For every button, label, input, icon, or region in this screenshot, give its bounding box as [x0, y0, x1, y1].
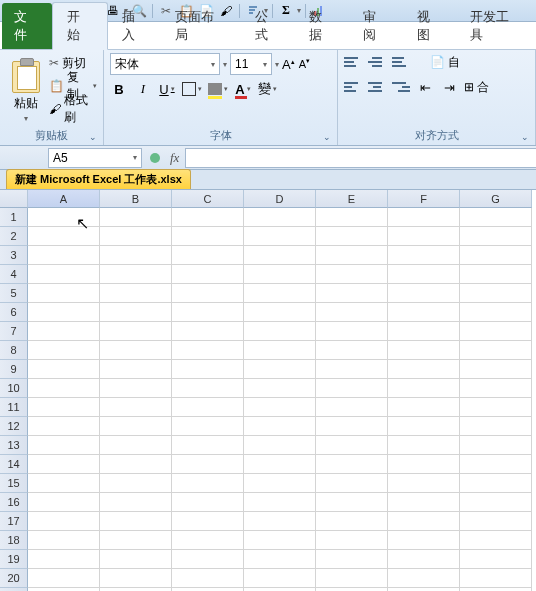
underline-button[interactable]: U	[158, 79, 176, 99]
row-header[interactable]: 15	[0, 474, 28, 493]
row-header[interactable]: 18	[0, 531, 28, 550]
column-header[interactable]: C	[172, 190, 244, 208]
cell[interactable]	[172, 246, 244, 265]
cell[interactable]	[460, 246, 532, 265]
cell[interactable]	[460, 569, 532, 588]
cell[interactable]	[388, 512, 460, 531]
cell[interactable]	[100, 341, 172, 360]
tab-insert[interactable]: 插入	[108, 3, 162, 49]
cell[interactable]	[244, 417, 316, 436]
cell[interactable]	[316, 493, 388, 512]
cell[interactable]	[316, 436, 388, 455]
row-header[interactable]: 3	[0, 246, 28, 265]
cell[interactable]	[316, 531, 388, 550]
cell[interactable]	[460, 227, 532, 246]
column-header[interactable]: D	[244, 190, 316, 208]
cell[interactable]	[316, 227, 388, 246]
cell[interactable]	[28, 246, 100, 265]
cell[interactable]	[388, 474, 460, 493]
tab-data[interactable]: 数据	[295, 3, 349, 49]
wrap-text-button[interactable]: 📄自	[430, 54, 460, 71]
cell[interactable]	[100, 284, 172, 303]
cell[interactable]	[244, 493, 316, 512]
decrease-indent-icon[interactable]: ⇤	[416, 77, 434, 97]
row-header[interactable]: 4	[0, 265, 28, 284]
cell[interactable]	[28, 550, 100, 569]
cell[interactable]	[172, 417, 244, 436]
row-header[interactable]: 14	[0, 455, 28, 474]
row-header[interactable]: 2	[0, 227, 28, 246]
cell[interactable]	[460, 208, 532, 227]
row-header[interactable]: 12	[0, 417, 28, 436]
cell[interactable]	[244, 474, 316, 493]
cell[interactable]	[100, 436, 172, 455]
cell[interactable]	[172, 208, 244, 227]
row-header[interactable]: 13	[0, 436, 28, 455]
cell[interactable]	[316, 417, 388, 436]
cell[interactable]	[100, 493, 172, 512]
cell[interactable]	[460, 493, 532, 512]
cell[interactable]	[388, 284, 460, 303]
cell[interactable]	[388, 208, 460, 227]
name-box[interactable]: A5▾	[48, 148, 142, 168]
cell[interactable]	[316, 550, 388, 569]
cell[interactable]	[100, 455, 172, 474]
cell[interactable]	[28, 493, 100, 512]
cell[interactable]	[244, 341, 316, 360]
cell[interactable]	[172, 531, 244, 550]
align-left-icon[interactable]	[344, 78, 362, 96]
cell[interactable]	[388, 265, 460, 284]
row-header[interactable]: 19	[0, 550, 28, 569]
cell[interactable]	[172, 227, 244, 246]
cell[interactable]	[28, 569, 100, 588]
cell[interactable]	[388, 550, 460, 569]
cell[interactable]	[172, 455, 244, 474]
cell[interactable]	[100, 246, 172, 265]
align-bottom-icon[interactable]	[392, 53, 410, 71]
row-header[interactable]: 8	[0, 341, 28, 360]
align-middle-icon[interactable]	[368, 53, 386, 71]
row-header[interactable]: 1	[0, 208, 28, 227]
cell[interactable]	[244, 512, 316, 531]
cell[interactable]	[28, 474, 100, 493]
cells-area[interactable]: ↖	[28, 208, 536, 591]
cell[interactable]	[172, 284, 244, 303]
row-header[interactable]: 11	[0, 398, 28, 417]
cell[interactable]	[460, 379, 532, 398]
cell[interactable]	[172, 569, 244, 588]
cell[interactable]	[316, 303, 388, 322]
cell[interactable]	[460, 512, 532, 531]
workbook-tab[interactable]: 新建 Microsoft Excel 工作表.xlsx	[6, 169, 191, 189]
tab-formula[interactable]: 公式	[241, 3, 295, 49]
row-header[interactable]: 17	[0, 512, 28, 531]
cell[interactable]	[388, 436, 460, 455]
cell[interactable]	[244, 303, 316, 322]
cell[interactable]	[460, 360, 532, 379]
cell[interactable]	[388, 493, 460, 512]
merge-cells-button[interactable]: ⊞合	[464, 79, 489, 96]
paste-button[interactable]: 粘贴 ▾	[6, 53, 45, 126]
cell[interactable]	[172, 550, 244, 569]
column-header[interactable]: B	[100, 190, 172, 208]
cell[interactable]	[100, 550, 172, 569]
column-header[interactable]: E	[316, 190, 388, 208]
cell[interactable]	[388, 322, 460, 341]
cell[interactable]	[172, 322, 244, 341]
cell[interactable]	[244, 436, 316, 455]
cell[interactable]	[316, 512, 388, 531]
italic-button[interactable]: I	[134, 79, 152, 99]
cell[interactable]	[100, 569, 172, 588]
cell[interactable]	[460, 417, 532, 436]
cell[interactable]	[316, 379, 388, 398]
cell[interactable]	[244, 265, 316, 284]
cell[interactable]	[100, 322, 172, 341]
cell[interactable]	[460, 303, 532, 322]
cell[interactable]	[244, 284, 316, 303]
tab-review[interactable]: 审阅	[349, 3, 403, 49]
cell[interactable]	[244, 569, 316, 588]
cell[interactable]	[316, 284, 388, 303]
cell[interactable]	[244, 322, 316, 341]
cell[interactable]	[388, 531, 460, 550]
cell[interactable]	[244, 246, 316, 265]
cell[interactable]	[244, 227, 316, 246]
